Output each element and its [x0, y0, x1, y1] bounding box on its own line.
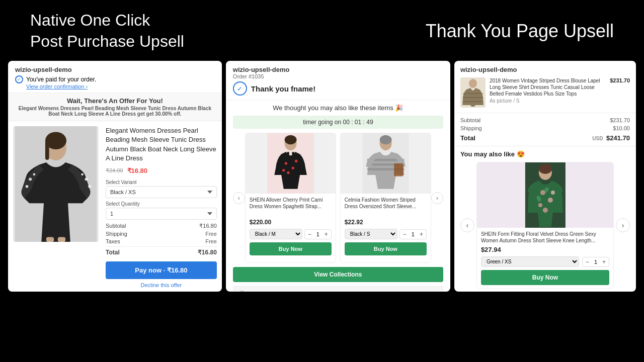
- shipping-label: Shipping: [106, 231, 127, 237]
- may-like-title: We thought you may also like these items…: [233, 104, 443, 112]
- svg-point-8: [88, 185, 91, 188]
- svg-point-6: [33, 173, 35, 176]
- card2-variant-select[interactable]: Black / S: [345, 229, 397, 239]
- thank-you-text: Thank you fname!: [251, 84, 315, 93]
- svg-point-9: [81, 173, 84, 176]
- right-total-row: Total USD $241.70: [460, 134, 630, 142]
- upsell-card-image: [477, 162, 613, 228]
- total-label: Total: [106, 249, 120, 256]
- svg-point-48: [550, 191, 554, 195]
- svg-point-14: [284, 135, 296, 144]
- card1-name: SHEIN Allover Cherry Print Cami Dress Wo…: [250, 197, 332, 217]
- info-icon: i: [238, 291, 246, 292]
- you-may-like-section: You may also like 😍 ‹: [454, 146, 636, 292]
- thank-row: ✓ Thank you fname!: [233, 81, 443, 96]
- upsell-qty-value: 1: [592, 259, 599, 265]
- right-product-price: $231.70: [610, 77, 630, 83]
- upsell-card-info: SHEIN Form Fitting Floral Velvet Dress G…: [477, 228, 613, 288]
- svg-point-7: [85, 178, 88, 181]
- right-carousel-prev[interactable]: ‹: [460, 218, 474, 232]
- header: Native One Click Post Purchase Upsell Th…: [0, 0, 644, 57]
- svg-point-4: [29, 178, 32, 181]
- card1-qty-plus[interactable]: +: [324, 231, 329, 238]
- card1-controls: Black / M − 1 +: [250, 229, 332, 239]
- taxes-value: Free: [205, 238, 217, 244]
- quantity-select[interactable]: 1: [106, 208, 217, 220]
- usd-label: USD: [592, 136, 603, 141]
- card2-qty-plus[interactable]: +: [419, 231, 424, 238]
- card1-qty-control: − 1 +: [304, 229, 332, 239]
- total-row: Total ₹16.80: [106, 246, 217, 256]
- right-top: wizio-upsell-demo 2018 Women Vintage Str…: [454, 61, 636, 113]
- decline-link[interactable]: Decline this offer: [106, 282, 217, 288]
- order-update-bar: i Your order was updated on March 25, 20…: [233, 286, 443, 292]
- card1-qty-value: 1: [314, 231, 321, 237]
- svg-point-46: [547, 198, 552, 203]
- quantity-label: Select Quantity: [106, 201, 217, 207]
- right-total-label: Total: [460, 134, 475, 142]
- svg-point-38: [469, 79, 477, 88]
- upsell-qty-minus[interactable]: −: [585, 258, 590, 265]
- variant-group: Select Variant Black / XS: [106, 179, 217, 198]
- right-carousel: ‹: [460, 162, 630, 289]
- upsell-variant-select[interactable]: Green / XS: [481, 256, 579, 267]
- upsell-buy-button[interactable]: Buy Now: [481, 270, 609, 285]
- card1-buy-button[interactable]: Buy Now: [250, 242, 332, 255]
- product-name: Elegant Womens Dresses Pearl Beading Mes…: [106, 126, 217, 163]
- offer-banner: Wait, There's An Offer For You! Elegant …: [8, 93, 222, 121]
- card1-qty-minus[interactable]: −: [307, 231, 312, 238]
- order-update-text: i Your order was updated on March 25, 20…: [238, 291, 356, 292]
- product-image: [13, 126, 99, 242]
- svg-point-18: [295, 160, 298, 163]
- order-confirmed-text: You've paid for your order.: [26, 76, 96, 83]
- shipping-value: Free: [205, 231, 217, 237]
- upsell-qty-plus[interactable]: +: [601, 258, 607, 265]
- product-details: Elegant Womens Dresses Pearl Beading Mes…: [106, 126, 217, 288]
- check-circle-icon: ✓: [15, 75, 23, 83]
- header-right: Thank You Page Upsell: [426, 21, 614, 42]
- left-panel: wizio-upsell-demo ✓ You've paid for your…: [8, 61, 222, 292]
- products-carousel: ‹: [233, 133, 443, 263]
- left-store-name: wizio-upsell-demo: [15, 66, 215, 73]
- header-left-line1: Native One Click: [30, 11, 150, 29]
- right-store-name: wizio-upsell-demo: [460, 66, 630, 73]
- left-panel-header: wizio-upsell-demo ✓ You've paid for your…: [8, 61, 222, 93]
- pay-now-button[interactable]: Pay now · ₹16.80: [106, 261, 217, 279]
- product-cards: SHEIN Allover Cherry Print Cami Dress Wo…: [245, 133, 431, 263]
- card1-info: SHEIN Allover Cherry Print Cami Dress Wo…: [246, 194, 336, 258]
- total-value: ₹16.80: [198, 249, 217, 256]
- order-confirmed-row: ✓ You've paid for your order.: [15, 75, 215, 83]
- card1-variant-select[interactable]: Black / M: [250, 229, 302, 239]
- offer-title: Wait, There's An Offer For You!: [13, 97, 217, 105]
- svg-rect-11: [58, 237, 65, 242]
- right-product-variant: As picture / S: [490, 98, 606, 104]
- carousel-prev-button[interactable]: ‹: [233, 192, 245, 204]
- right-product-text: 2018 Women Vintage Striped Dress Blouse …: [490, 77, 606, 104]
- carousel-next-button[interactable]: ›: [431, 192, 443, 204]
- right-product-name: 2018 Women Vintage Striped Dress Blouse …: [490, 77, 606, 97]
- right-subtotal-row: Subtotal $231.70: [460, 117, 630, 123]
- card2-qty-minus[interactable]: −: [402, 231, 408, 238]
- order-number: Order #1035: [233, 73, 443, 79]
- card2-buy-button[interactable]: Buy Now: [345, 242, 427, 255]
- upsell-card-controls: Green / XS − 1 +: [481, 256, 609, 267]
- variant-select[interactable]: Black / XS: [106, 186, 217, 198]
- right-carousel-next[interactable]: ›: [616, 218, 630, 232]
- you-may-like-title: You may also like 😍: [460, 150, 630, 158]
- right-total-amount: $241.70: [606, 134, 630, 142]
- card1-price: $220.00: [250, 219, 332, 226]
- subtotal-row: Subtotal ₹16.80: [106, 223, 217, 229]
- subtotal-value: ₹16.80: [199, 223, 217, 229]
- svg-rect-3: [45, 141, 49, 160]
- taxes-label: Taxes: [106, 238, 120, 244]
- upsell-card-name: SHEIN Form Fitting Floral Velvet Dress G…: [481, 231, 609, 244]
- variant-label: Select Variant: [106, 179, 217, 185]
- right-product-image: [460, 77, 486, 108]
- card2-image: [341, 133, 431, 194]
- mid-header: wizio-upsell-demo Order #1035 ✓ Thank yo…: [226, 61, 450, 100]
- view-collections-button[interactable]: View Collections: [233, 267, 443, 282]
- svg-point-19: [282, 169, 285, 172]
- chevron-down-icon: ▾: [435, 291, 438, 292]
- offer-desc: Elegant Womens Dresses Pearl Beading Mes…: [13, 106, 217, 117]
- view-order-link[interactable]: View order confirmation ›: [26, 83, 215, 89]
